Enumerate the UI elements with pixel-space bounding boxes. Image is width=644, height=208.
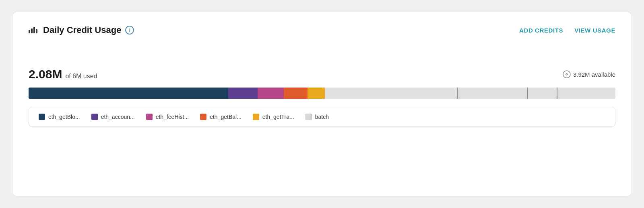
legend-item: eth_feeHist... xyxy=(146,114,189,120)
bar-segment xyxy=(284,88,307,99)
progress-bar xyxy=(29,88,615,99)
tick-mark xyxy=(557,88,557,99)
view-usage-button[interactable]: VIEW USAGE xyxy=(574,27,615,34)
svg-point-1 xyxy=(566,73,568,75)
legend-item: eth_getBal... xyxy=(200,114,242,120)
used-label: 2.08M of 6M used xyxy=(29,67,97,81)
legend-swatch xyxy=(91,114,98,120)
legend-label: eth_getBlo... xyxy=(48,114,80,120)
usage-numbers: 2.08M of 6M used 3.92M available xyxy=(29,67,615,81)
info-icon[interactable]: i xyxy=(125,26,134,35)
legend-swatch xyxy=(39,114,45,120)
usage-section: 2.08M of 6M used 3.92M available xyxy=(29,67,615,99)
card-header: Daily Credit Usage i ADD CREDITS VIEW US… xyxy=(29,25,615,35)
legend-label: batch xyxy=(315,114,329,120)
svg-point-0 xyxy=(563,71,570,78)
available-text: 3.92M available xyxy=(573,71,615,78)
legend-swatch xyxy=(305,114,312,120)
legend-swatch xyxy=(253,114,259,120)
available-label: 3.92M available xyxy=(563,70,615,78)
legend-label: eth_accoun... xyxy=(101,114,135,120)
legend-item: eth_getBlo... xyxy=(39,114,80,120)
legend-label: eth_feeHist... xyxy=(156,114,189,120)
bar-segment xyxy=(29,88,228,99)
card-title: Daily Credit Usage xyxy=(43,25,121,35)
legend-item: eth_getTra... xyxy=(253,114,294,120)
chart-icon xyxy=(29,27,37,33)
daily-credit-usage-card: Daily Credit Usage i ADD CREDITS VIEW US… xyxy=(12,12,632,196)
legend: eth_getBlo...eth_accoun...eth_feeHist...… xyxy=(29,107,615,127)
header-left: Daily Credit Usage i xyxy=(29,25,134,35)
legend-item: eth_accoun... xyxy=(91,114,135,120)
used-of-text: of 6M used xyxy=(65,73,97,80)
tick-mark xyxy=(457,88,458,99)
legend-item: batch xyxy=(305,114,329,120)
used-amount: 2.08M xyxy=(29,67,62,81)
header-actions: ADD CREDITS VIEW USAGE xyxy=(519,27,615,34)
legend-swatch xyxy=(200,114,206,120)
legend-swatch xyxy=(146,114,153,120)
tick-mark xyxy=(527,88,528,99)
bar-segment xyxy=(258,88,284,99)
bar-segment xyxy=(325,88,615,99)
add-credits-button[interactable]: ADD CREDITS xyxy=(519,27,563,34)
coin-icon xyxy=(563,70,571,78)
bar-segment xyxy=(308,88,325,99)
legend-label: eth_getTra... xyxy=(262,114,294,120)
bar-segment xyxy=(228,88,258,99)
legend-label: eth_getBal... xyxy=(210,114,242,120)
